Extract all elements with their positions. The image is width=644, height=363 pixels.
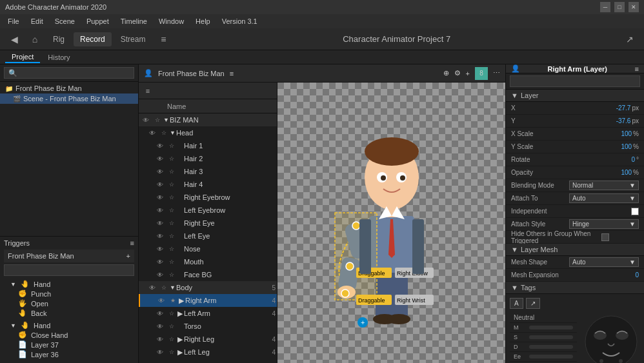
solo-icon[interactable]: ☆ [166,207,177,213]
pin-elbow[interactable] [346,262,354,270]
puppet-menu-icon[interactable]: ≡ [230,70,234,77]
visibility-icon[interactable]: 👁 [154,194,166,201]
solo-icon[interactable]: ☆ [166,155,177,162]
tags-section-header[interactable]: ▼ Tags [506,282,644,294]
solo-icon[interactable]: ☆ [166,220,177,226]
trigger-item-close-hand[interactable]: ✊ Close Hand [8,330,130,340]
layer-row[interactable]: 👁 ☆ Left Eye [139,230,277,242]
layer-mesh-section-header[interactable]: ▼ Layer Mesh [506,244,644,256]
solo-icon[interactable]: ☆ [166,336,177,342]
solo-icon[interactable]: ☆ [166,181,177,188]
puppet-settings-icon[interactable]: ⚙ [454,69,461,77]
canvas-area[interactable]: Draggable Right Elbow Draggable Right Wr… [277,83,505,363]
visibility-icon[interactable]: 👁 [154,207,166,214]
visibility-icon[interactable]: 👁 [154,233,166,240]
solo-icon[interactable]: ☆ [166,271,177,278]
layer-row[interactable]: 👁 ☆ ▶ Left Arm 4 [139,307,277,320]
layer-row[interactable]: 👁 ☆ ▼ Body 5 [139,281,277,294]
visibility-icon[interactable]: 👁 [146,130,158,137]
prop-attach-dropdown[interactable]: Auto ▼ [569,193,639,203]
prop-x-value[interactable]: -27.7 [569,104,630,112]
trigger-item-back[interactable]: 🤚 Back [8,308,130,318]
layer-row[interactable]: 👁 ☆ Right Eyebrow [139,191,277,204]
trigger-group-hand-2-header[interactable]: ▼ 🤚 Hand [8,320,130,330]
menu-file[interactable]: File [3,16,25,26]
menu-window[interactable]: Window [154,16,189,26]
solo-icon[interactable]: ☆ [152,117,163,123]
solo-icon[interactable]: ☆ [166,168,177,175]
trigger-item-layer36[interactable]: 📄 Layer 36 [8,349,130,359]
maximize-button[interactable]: □ [614,2,625,12]
layer-row[interactable]: 👁 ☆ ▶ Left Leg 4 [139,346,277,358]
back-button[interactable]: ◀ [5,30,23,48]
layer-row-right-arm[interactable]: 👁 ★ ▶ Right Arm 4 [139,294,277,307]
visibility-icon[interactable]: 👁 [140,117,152,124]
prop-yscale-value[interactable]: 100 [569,143,632,150]
expand-arrow[interactable]: ▼ [170,130,176,136]
layer-row[interactable]: 👁 ☆ Face BG [139,268,277,281]
properties-search-input[interactable] [510,75,640,87]
solo-icon[interactable]: ☆ [166,349,177,355]
home-button[interactable]: ⌂ [26,30,44,48]
solo-icon[interactable]: ☆ [166,310,177,317]
solo-icon[interactable]: ☆ [158,130,170,136]
visibility-icon[interactable]: 👁 [154,168,166,175]
tab-stream[interactable]: Stream [114,32,152,46]
solo-icon[interactable]: ☆ [158,284,170,291]
prop-attach-style-dropdown[interactable]: Hinge ▼ [569,219,639,229]
triggers-search-input[interactable] [4,264,134,276]
prop-rotate-value[interactable]: 0 [569,156,635,163]
prop-blending-dropdown[interactable]: Normal ▼ [569,181,639,190]
layer-row[interactable]: 👁 ☆ ▶ Right Leg 4 [139,333,277,346]
share-button[interactable]: ↗ [621,30,639,48]
layer-row[interactable]: 👁 ☆ Right Eye [139,217,277,230]
layer-row[interactable]: 👁 ☆ ▼ Head [139,126,277,139]
tab-rig[interactable]: Rig [46,32,71,46]
close-button[interactable]: ✕ [629,2,639,12]
prop-mesh-expansion-value[interactable]: 0 [569,271,639,279]
tag-btn-share[interactable]: ↗ [526,298,540,309]
pin-shoulder[interactable] [352,222,360,230]
layer-toolbar-btn-1[interactable]: ≡ [141,84,154,97]
visibility-icon[interactable]: 👁 [154,142,166,150]
solo-icon[interactable]: ☆ [166,323,177,329]
layer-row[interactable]: 👁 ☆ ▼ BIZ MAN [139,113,277,126]
visibility-icon[interactable]: 👁 [154,323,166,330]
menu-help[interactable]: Help [190,16,216,26]
solo-icon[interactable]: ★ [167,297,179,304]
pin-wrist[interactable] [341,289,349,297]
layer-row[interactable]: 👁 ☆ ▶ Hair 1 [139,139,277,152]
trigger-group-hand-header[interactable]: ▼ 🤚 Hand [8,279,130,289]
menu-scene[interactable]: Scene [50,16,80,26]
layer-row[interactable]: 👁 ☆ Hair 3 [139,165,277,178]
expand-arrow[interactable]: ▼ [170,284,176,291]
add-trigger-button[interactable]: + [126,252,130,260]
layer-row[interactable]: 👁 ☆ Hair 4 [139,178,277,191]
layer-row[interactable]: 👁 ☆ Mouth [139,255,277,268]
menu-puppet[interactable]: Puppet [81,16,114,26]
puppet-add-icon[interactable]: + [466,70,470,77]
properties-menu-icon[interactable]: ≡ [635,65,639,73]
hide-others-checkbox[interactable] [601,233,609,241]
visibility-icon[interactable]: 👁 [154,349,166,356]
sub-tab-project[interactable]: Project [5,52,40,63]
trigger-item-open[interactable]: 🖐 Open [8,299,130,308]
layer-row[interactable]: 👁 ☆ Nose [139,242,277,255]
solo-icon[interactable]: ☆ [166,194,177,201]
visibility-icon[interactable]: 👁 [154,155,166,162]
trigger-item-punch[interactable]: ✊ Punch [8,289,130,299]
layer-row[interactable]: 👁 ☆ Torso [139,320,277,333]
expand-arrow[interactable]: ▼ [163,117,170,123]
solo-icon[interactable]: ☆ [166,259,177,265]
tag-btn-a[interactable]: A [510,298,523,309]
solo-icon[interactable]: ☆ [166,233,177,239]
tree-item-project[interactable]: 📁 Front Phase Biz Man [0,83,138,93]
visibility-icon[interactable]: 👁 [154,310,166,317]
menu-icon[interactable]: ≡ [154,30,172,48]
tree-item-scene[interactable]: 🎬 Scene - Front Phase Biz Man [0,93,138,104]
prop-xscale-value[interactable]: 100 [569,130,632,137]
solo-icon[interactable]: ☆ [166,246,177,252]
visibility-icon[interactable]: 👁 [156,297,167,304]
tab-record[interactable]: Record [74,32,112,46]
visibility-icon[interactable]: 👁 [154,259,166,266]
